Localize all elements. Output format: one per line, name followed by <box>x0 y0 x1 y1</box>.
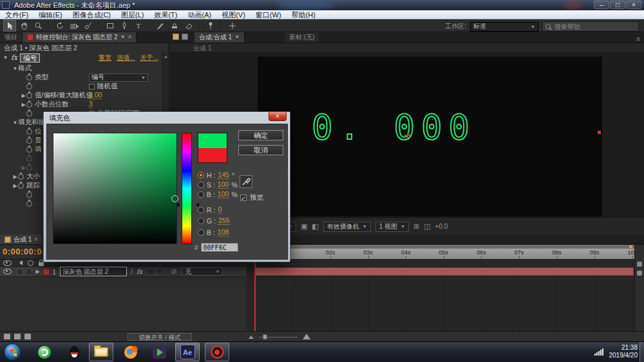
video-eye-icon[interactable] <box>3 260 12 266</box>
composition-canvas[interactable]: 0. 000 <box>258 57 602 216</box>
twirl-open-icon[interactable]: ▼ <box>3 55 8 61</box>
chevron-down-icon[interactable]: ▼ <box>120 32 126 43</box>
property-value[interactable]: 0.00 <box>89 91 102 99</box>
taskbar-recorder[interactable] <box>205 343 229 361</box>
rgb-radio[interactable] <box>198 207 204 213</box>
rgb-radio-row-B[interactable]: B :108 <box>198 228 229 236</box>
rgb-radio[interactable] <box>198 218 204 224</box>
puppet-pin-tool[interactable] <box>204 20 217 32</box>
timeline-zoom-thumb[interactable] <box>263 334 267 339</box>
selection-tool[interactable] <box>3 20 16 32</box>
pen-tool[interactable] <box>118 20 131 32</box>
taskbar-firefox[interactable] <box>118 343 143 361</box>
anchor-point-crosshair[interactable] <box>404 132 410 138</box>
text-tool[interactable]: T <box>132 20 145 32</box>
eyedropper-button[interactable] <box>240 175 252 188</box>
comp-flowchart-icon[interactable] <box>637 271 642 276</box>
ok-button[interactable]: 确定 <box>238 130 283 140</box>
hsb-radio-row-H[interactable]: H :145° <box>198 171 234 179</box>
property-dropdown[interactable]: 编号▼ <box>89 73 148 82</box>
solo-icon[interactable] <box>28 260 33 266</box>
layer-name-input[interactable] <box>60 267 127 276</box>
maximize-button[interactable]: □ <box>610 1 625 9</box>
layer-switch-cell[interactable] <box>156 269 163 275</box>
quality-switch-icon[interactable]: / <box>131 268 133 275</box>
stopwatch-icon[interactable] <box>18 174 24 180</box>
preview-checkbox-row[interactable]: ✓ 预览 <box>240 193 263 202</box>
preview-checkbox[interactable]: ✓ <box>240 195 247 201</box>
taskbar-browser-360[interactable] <box>32 343 57 361</box>
tab-timeline-comp[interactable]: 合成 1 × <box>0 234 43 244</box>
rotate-tool[interactable] <box>53 20 66 32</box>
stopwatch-icon[interactable] <box>26 147 32 153</box>
stopwatch-icon[interactable] <box>26 84 32 90</box>
tab-composition[interactable]: 合成:合成 1 ▼ <box>194 32 245 43</box>
audio-off-icon[interactable]: ⊘ <box>171 267 176 276</box>
search-input[interactable] <box>553 23 636 31</box>
about-link[interactable]: 关于... <box>140 54 158 61</box>
chevron-down-icon[interactable]: ▼ <box>234 32 240 43</box>
exposure-value[interactable]: +0.0 <box>435 223 448 230</box>
effect-header-row[interactable]: ▼ fx 编号 重置选项...关于... <box>0 53 162 62</box>
effect-row-小数点位数[interactable]: ▶小数点位数3 <box>0 100 162 109</box>
eraser-tool[interactable] <box>182 20 195 32</box>
close-button[interactable]: × <box>626 1 641 9</box>
clone-stamp-tool[interactable] <box>168 20 181 32</box>
menu-item-8[interactable]: 帮助(H) <box>287 10 321 19</box>
channel-value[interactable]: 0 <box>218 206 222 214</box>
stopwatch-icon[interactable] <box>18 183 24 189</box>
hsb-radio-row-B[interactable]: B :100% <box>198 190 238 198</box>
axis-mode-tool[interactable] <box>226 20 239 32</box>
effect-row-格式[interactable]: ▼格式 <box>0 64 162 73</box>
channel-value[interactable]: 100 <box>218 191 229 198</box>
stopwatch-icon[interactable] <box>26 75 32 81</box>
tab-footage[interactable]: 素材:(无) <box>285 32 319 43</box>
zoom-out-mountain-icon[interactable] <box>249 336 254 339</box>
color-cursor[interactable] <box>171 195 178 202</box>
layer-duration-bar[interactable] <box>255 267 634 276</box>
taskbar-qq[interactable] <box>62 343 86 361</box>
workspace-dropdown[interactable]: 标准 ▼ <box>470 22 538 32</box>
menu-item-2[interactable]: 图像合成(C) <box>68 10 116 19</box>
parent-dropdown[interactable]: 无 ▼ <box>182 267 223 276</box>
channel-value[interactable]: 145 <box>218 171 229 179</box>
tray-clock[interactable]: 21:38 2019/4/20 <box>609 344 638 359</box>
stopwatch-icon[interactable] <box>26 129 32 135</box>
current-timecode[interactable]: 0:00:00:0 <box>3 247 42 256</box>
channels-icon[interactable]: ◧ <box>312 222 318 231</box>
close-tab-icon[interactable]: × <box>128 32 132 43</box>
brush-tool[interactable] <box>154 20 167 32</box>
menu-item-0[interactable]: 文件(F) <box>0 10 33 19</box>
channel-value[interactable]: 100 <box>218 181 229 189</box>
rgb-radio-row-G[interactable]: G :255 <box>198 216 230 225</box>
layer-visibility-icon[interactable] <box>3 269 12 274</box>
twirl-open-icon[interactable]: ▼ <box>12 66 18 71</box>
twirl-closed-icon[interactable]: ▶ <box>21 165 26 171</box>
layer-switch-cell[interactable] <box>17 269 23 275</box>
stopwatch-icon[interactable] <box>26 201 32 207</box>
tab-effect-controls[interactable]: 特效控制台: 深灰色 固态层 2 ▼ × <box>23 32 137 43</box>
layer-row[interactable]: ▶ 1 / fx ⊘ 无 ▼ <box>0 267 247 277</box>
expand-transfer-icon[interactable] <box>24 334 31 339</box>
hex-input[interactable] <box>201 243 238 252</box>
property-checkbox[interactable] <box>89 84 95 90</box>
pan-behind-tool[interactable] <box>82 20 95 32</box>
start-button[interactable] <box>4 343 21 361</box>
channel-value[interactable]: 255 <box>218 217 230 225</box>
stopwatch-icon[interactable] <box>26 138 32 144</box>
minimize-button[interactable]: – <box>594 1 609 9</box>
stopwatch-icon[interactable] <box>26 111 32 117</box>
guides-icon[interactable]: ⊞ <box>413 222 419 231</box>
snapshot-icon[interactable]: ▣ <box>301 222 307 231</box>
dialog-close-button[interactable]: × <box>269 112 287 121</box>
stopwatch-icon[interactable] <box>26 192 32 198</box>
twirl-closed-icon[interactable]: ▶ <box>35 269 41 274</box>
property-value[interactable]: 3 <box>89 100 93 108</box>
options-link[interactable]: 选项... <box>117 54 135 61</box>
tab-project[interactable]: 项目 <box>0 32 23 43</box>
menu-item-3[interactable]: 图层(L) <box>116 10 149 19</box>
layer-switch-cell[interactable] <box>147 269 154 275</box>
hand-tool[interactable] <box>17 20 30 32</box>
effect-name-badge[interactable]: 编号 <box>20 53 40 62</box>
hsb-radio-row-S[interactable]: S :100% <box>198 180 238 189</box>
